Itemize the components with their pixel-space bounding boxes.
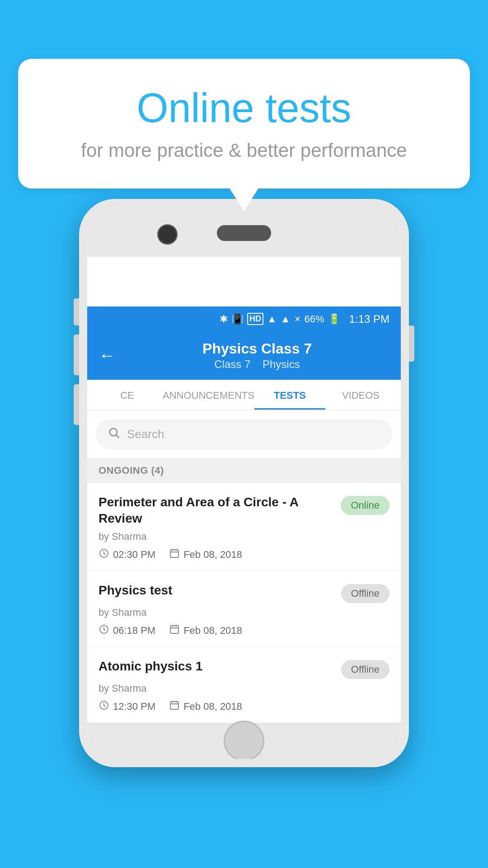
test-title-1: Perimeter and Area of a Circle - A Revie… xyxy=(99,494,341,527)
phone-inner: ✱ 📳 HD ▲ ▲ ✕ 66% 🔋 xyxy=(87,207,401,759)
app-bar-subtitle: Class 7 Physics xyxy=(125,358,389,371)
status-bar-time: 1:13 PM xyxy=(349,313,389,326)
speech-bubble-title: Online tests xyxy=(54,86,434,131)
test-item-2-header: Physics test Offline xyxy=(99,582,389,603)
phone-outer: ✱ 📳 HD ▲ ▲ ✕ 66% 🔋 xyxy=(79,199,409,767)
tab-ce[interactable]: CE xyxy=(92,380,163,410)
test-date-value-1: Feb 08, 2018 xyxy=(183,549,242,561)
status-badge-2: Offline xyxy=(341,584,389,603)
test-meta-2: 06:18 PM Feb 08, 201 xyxy=(99,624,389,637)
phone-volume-up-button xyxy=(74,335,79,375)
battery-icon: 🔋 xyxy=(328,313,340,325)
test-time-value-2: 06:18 PM xyxy=(113,625,155,637)
test-time-value-3: 12:30 PM xyxy=(113,701,155,712)
app-bar-subject: Physics xyxy=(263,358,300,370)
status-badge-3: Offline xyxy=(341,660,389,679)
clock-icon-2 xyxy=(99,624,109,637)
phone-bottom-bezel xyxy=(87,723,401,759)
phone-home-button[interactable] xyxy=(224,721,264,759)
test-date-value-3: Feb 08, 2018 xyxy=(183,701,242,712)
test-title-2: Physics test xyxy=(99,582,341,599)
app-bar-titles: Physics Class 7 Class 7 Physics xyxy=(125,340,389,371)
phone-screen: ✱ 📳 HD ▲ ▲ ✕ 66% 🔋 xyxy=(87,307,401,723)
status-bar: ✱ 📳 HD ▲ ▲ ✕ 66% 🔋 xyxy=(87,307,401,331)
test-title-3: Atomic physics 1 xyxy=(99,658,341,675)
phone-speaker-grill xyxy=(217,225,271,241)
test-time-3: 12:30 PM xyxy=(99,700,155,713)
ongoing-section-header: ONGOING (4) xyxy=(87,458,401,483)
bluetooth-icon: ✱ xyxy=(220,313,228,325)
test-time-1: 02:30 PM xyxy=(99,548,155,561)
ongoing-label: ONGOING (4) xyxy=(99,465,389,476)
test-item-3-header: Atomic physics 1 Offline xyxy=(99,658,389,679)
status-bar-icons: ✱ 📳 HD ▲ ▲ ✕ 66% 🔋 xyxy=(220,313,340,325)
app-bar-title: Physics Class 7 xyxy=(125,340,389,357)
phone-mockup: ✱ 📳 HD ▲ ▲ ✕ 66% 🔋 xyxy=(79,199,409,767)
svg-point-0 xyxy=(110,429,117,436)
battery-percentage: 66% xyxy=(305,313,324,325)
speech-bubble-subtitle: for more practice & better performance xyxy=(54,140,434,161)
phone-volume-down-button xyxy=(74,384,79,425)
vibrate-icon: 📳 xyxy=(231,313,244,325)
search-box[interactable]: Search xyxy=(96,419,392,449)
test-item-2[interactable]: Physics test Offline by Sharma xyxy=(87,571,401,647)
calendar-icon-3 xyxy=(169,700,180,713)
wifi-icon: ▲ xyxy=(267,313,277,325)
status-badge-1: Online xyxy=(341,496,389,515)
signal-icon: ▲ xyxy=(281,313,291,325)
app-bar-class: Class 7 xyxy=(214,358,250,370)
test-meta-1: 02:30 PM Feb 08, 201 xyxy=(99,548,389,561)
clock-icon-1 xyxy=(99,548,109,561)
tab-videos[interactable]: VIDEOS xyxy=(325,380,396,410)
search-icon xyxy=(108,426,120,442)
test-time-2: 06:18 PM xyxy=(99,624,155,637)
test-author-1: by Sharma xyxy=(99,531,389,542)
test-author-3: by Sharma xyxy=(99,683,389,694)
phone-mute-button xyxy=(74,298,79,326)
test-item-3[interactable]: Atomic physics 1 Offline by Sharma xyxy=(87,647,401,723)
speech-bubble: Online tests for more practice & better … xyxy=(18,59,470,189)
tab-tests[interactable]: TESTS xyxy=(254,380,325,410)
calendar-icon-1 xyxy=(169,548,180,561)
clock-icon-3 xyxy=(99,700,109,713)
speech-bubble-container: Online tests for more practice & better … xyxy=(18,59,470,189)
tab-bar: CE ANNOUNCEMENTS TESTS VIDEOS xyxy=(87,380,401,410)
app-bar: ← Physics Class 7 Class 7 Physics xyxy=(87,331,401,380)
phone-camera xyxy=(157,224,178,245)
phone-power-button xyxy=(409,326,414,362)
test-item-1[interactable]: Perimeter and Area of a Circle - A Revie… xyxy=(87,483,401,571)
svg-rect-8 xyxy=(170,626,178,633)
calendar-icon-2 xyxy=(169,624,180,637)
svg-rect-3 xyxy=(170,550,178,557)
svg-rect-13 xyxy=(170,702,178,709)
back-button[interactable]: ← xyxy=(99,346,116,365)
no-signal-icon: ✕ xyxy=(294,314,301,324)
svg-line-1 xyxy=(116,435,119,438)
search-placeholder: Search xyxy=(127,427,164,441)
search-container: Search xyxy=(87,410,401,458)
test-date-1: Feb 08, 2018 xyxy=(169,548,242,561)
test-date-2: Feb 08, 2018 xyxy=(169,624,242,637)
tab-announcements[interactable]: ANNOUNCEMENTS xyxy=(163,380,254,410)
test-date-value-2: Feb 08, 2018 xyxy=(183,625,242,637)
test-time-value-1: 02:30 PM xyxy=(113,549,155,561)
test-author-2: by Sharma xyxy=(99,607,389,618)
phone-top-bezel xyxy=(87,207,401,257)
test-item-1-header: Perimeter and Area of a Circle - A Revie… xyxy=(99,494,389,527)
test-meta-3: 12:30 PM Feb 08, 201 xyxy=(99,700,389,713)
hd-icon: HD xyxy=(247,313,263,325)
test-date-3: Feb 08, 2018 xyxy=(169,700,242,713)
